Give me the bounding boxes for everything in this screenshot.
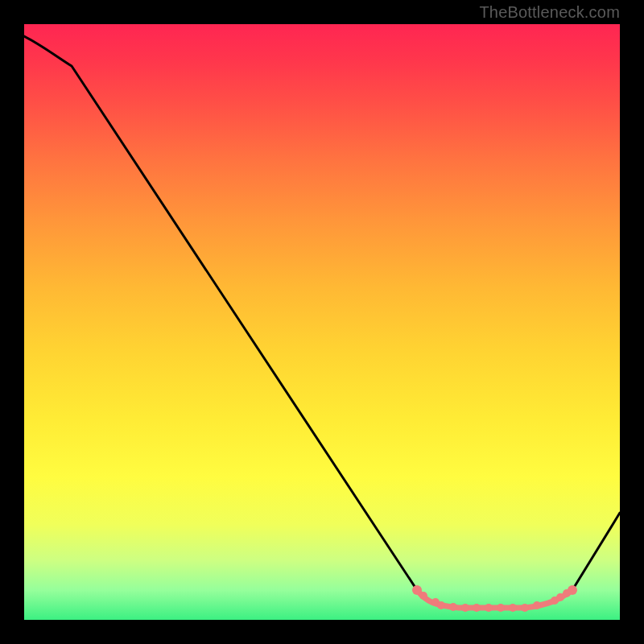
curve-main (24, 36, 620, 608)
svg-point-10 (521, 604, 529, 612)
svg-point-7 (485, 604, 493, 612)
svg-point-11 (533, 601, 541, 609)
svg-point-15 (568, 585, 577, 595)
watermark-text: TheBottleneck.com (479, 3, 620, 22)
chart-svg (24, 24, 620, 620)
plot-area (24, 24, 620, 620)
svg-point-4 (449, 603, 457, 611)
svg-point-5 (461, 604, 469, 612)
svg-point-1 (419, 592, 427, 600)
svg-point-8 (497, 604, 505, 612)
chart-frame: TheBottleneck.com (0, 0, 644, 644)
svg-point-3 (437, 601, 445, 609)
svg-point-6 (473, 604, 481, 612)
svg-point-9 (509, 604, 517, 612)
